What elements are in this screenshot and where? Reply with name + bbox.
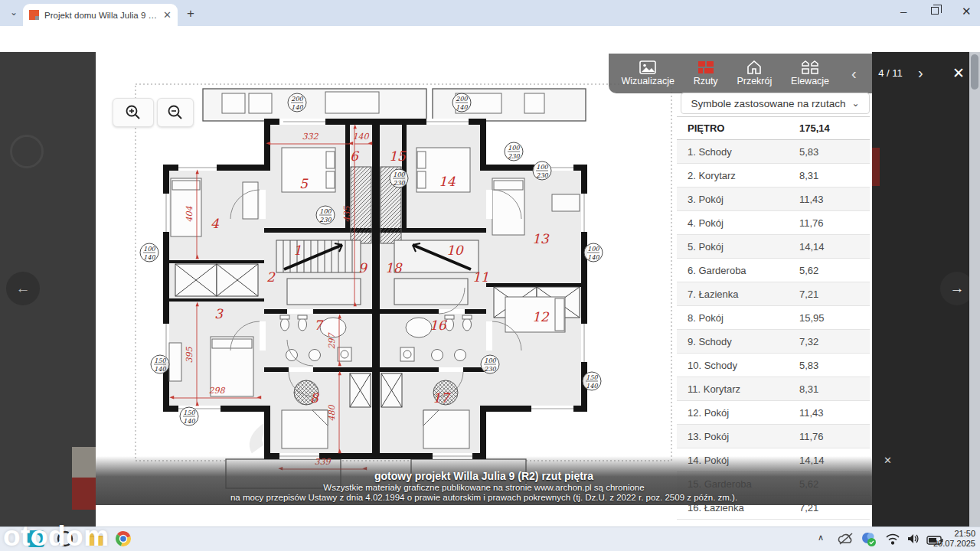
window-restore-button[interactable]: [931, 7, 939, 15]
room-name: 13. Pokój: [677, 431, 799, 442]
symbols-dropdown-label: Symbole zastosowane na rzutach: [691, 98, 846, 109]
room-name: 7. Łazienka: [677, 289, 799, 300]
table-row: 4. Pokój11,76: [677, 211, 870, 235]
scrollbar-thumb[interactable]: [971, 54, 978, 90]
zoom-out-button[interactable]: [157, 98, 194, 127]
table-row: 1. Schody5,83: [677, 140, 870, 164]
onedrive-icon[interactable]: [838, 532, 854, 549]
page-prev-button[interactable]: ‹: [848, 65, 860, 83]
room-area: 11,76: [799, 217, 861, 229]
table-row: 7. Łazienka7,21: [677, 282, 870, 306]
caption-copyright-1: Wszystkie materiały graficzne publikowan…: [96, 483, 872, 492]
room-number-label: 11: [472, 269, 489, 285]
svg-text:140: 140: [183, 418, 195, 425]
zoom-in-button[interactable]: [113, 98, 154, 127]
svg-text:100: 100: [484, 357, 496, 364]
room-number-label: 15: [389, 148, 407, 164]
room-number-label: 4: [211, 216, 220, 231]
room-name: 4. Pokój: [677, 217, 799, 229]
tray-clock[interactable]: 21:50 20.07.2025: [916, 529, 975, 549]
room-number-label: 12: [532, 309, 550, 324]
window-close-button[interactable]: ✕: [962, 5, 972, 18]
image-icon: [639, 60, 656, 74]
room-area: 7,32: [799, 336, 861, 347]
tab-elewacje[interactable]: Elewacje: [791, 60, 829, 86]
floorplan-icon: [697, 60, 714, 74]
room-number-label: 17: [433, 390, 451, 406]
svg-text:140: 140: [586, 383, 598, 390]
svg-text:230: 230: [319, 217, 332, 223]
table-row: 3. Pokój11,43: [677, 187, 870, 211]
table-header-value: 175,14: [799, 122, 861, 134]
window-minimize-button[interactable]: –: [900, 5, 906, 18]
page-scrollbar[interactable]: [969, 52, 980, 527]
svg-text:100: 100: [587, 246, 599, 253]
room-number-label: 13: [532, 231, 550, 246]
svg-text:200: 200: [291, 96, 303, 103]
tab-przekroj[interactable]: Przekrój: [737, 60, 772, 86]
room-name: 8. Pokój: [677, 312, 799, 324]
image-caption: gotowy projekt Willa Julia 9 (R2) rzut p…: [96, 456, 872, 505]
tab-search-icon[interactable]: ⌄: [6, 7, 21, 21]
room-name: 9. Schody: [677, 336, 799, 347]
window-size-label: 100140: [140, 243, 158, 262]
banner-close-icon[interactable]: ✕: [884, 455, 892, 466]
caption-copyright-2: na mocy przepisów Ustawy z dnia 4.02.199…: [96, 493, 872, 502]
window-size-label: 200140: [288, 93, 306, 112]
svg-text:150: 150: [154, 357, 166, 364]
hidden-page-element: [872, 148, 880, 186]
svg-text:200: 200: [456, 96, 468, 103]
table-row: 9. Schody7,32: [677, 330, 870, 354]
room-name: 1. Schody: [677, 146, 799, 158]
otodom-watermark: otodom: [3, 520, 109, 551]
viewer-close-button[interactable]: ✕: [952, 64, 965, 82]
window-size-label: 100140: [584, 243, 603, 262]
teams-sync-icon[interactable]: [861, 531, 877, 551]
room-area: 11,43: [799, 407, 861, 419]
tray-chevron-up-icon[interactable]: ∧: [818, 533, 824, 543]
table-row: 8. Pokój15,95: [677, 306, 870, 330]
browser-tab[interactable]: Projekt domu Willa Julia 9 (R2) ✕: [23, 4, 178, 26]
tab-close-icon[interactable]: ✕: [163, 9, 172, 21]
gallery-prev-button[interactable]: ←: [6, 272, 40, 305]
dimension-label: 395: [185, 347, 194, 364]
page-indicator: 4 / 11: [864, 67, 917, 79]
room-number-label: 3: [214, 306, 224, 321]
chevron-down-icon: ⌄: [851, 98, 859, 109]
svg-text:230: 230: [508, 153, 520, 160]
wifi-icon[interactable]: [885, 533, 900, 548]
caption-title: gotowy projekt Willa Julia 9 (R2) rzut p…: [96, 470, 872, 482]
accessibility-widget-icon[interactable]: [10, 135, 44, 168]
room-number-label: 5: [299, 176, 309, 191]
table-row: 6. Garderoba5,62: [677, 259, 870, 282]
symbols-dropdown[interactable]: Symbole zastosowane na rzutach ⌄: [681, 93, 870, 114]
room-area: 7,21: [799, 289, 861, 300]
tray-time: 21:50: [916, 529, 975, 539]
svg-text:100: 100: [143, 246, 155, 253]
svg-text:140: 140: [456, 104, 468, 111]
windows-taskbar: [0, 527, 980, 551]
page-next-button[interactable]: ›: [918, 64, 923, 82]
new-tab-button[interactable]: +: [187, 6, 194, 21]
room-area: 11,76: [799, 431, 861, 442]
room-name: 11. Korytarz: [677, 383, 799, 395]
room-area: 8,31: [799, 170, 861, 181]
svg-text:140: 140: [587, 254, 599, 261]
tab-wizualizacje[interactable]: Wizualizacje: [621, 60, 674, 86]
table-header-name: PIĘTRO: [677, 122, 799, 134]
tab-rzuty[interactable]: Rzuty: [694, 60, 718, 86]
table-row: 13. Pokój11,76: [677, 425, 870, 448]
svg-text:100: 100: [508, 145, 520, 152]
room-name: 2. Korytarz: [677, 170, 799, 181]
window-size-label: 150140: [583, 372, 601, 390]
table-row: 5. Pokój14,14: [677, 235, 870, 259]
svg-text:140: 140: [154, 366, 166, 373]
svg-text:230: 230: [536, 172, 548, 179]
hidden-card-red: [72, 478, 96, 510]
room-area: 15,95: [799, 312, 861, 324]
room-number-label: 14: [439, 174, 456, 189]
dimension-label: 298: [209, 386, 226, 396]
dimension-label: 480: [327, 405, 337, 422]
room-name: 10. Schody: [677, 360, 799, 371]
taskbar-chrome-icon[interactable]: [115, 530, 132, 550]
